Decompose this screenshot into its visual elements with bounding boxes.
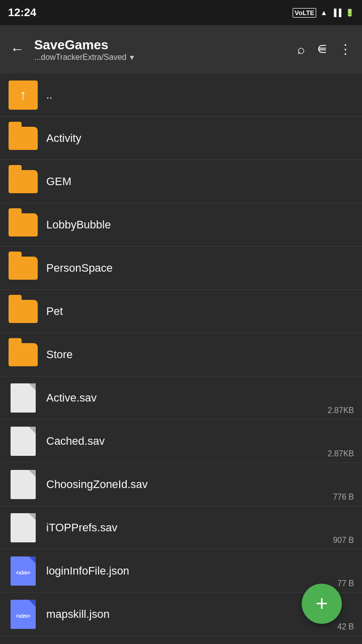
app-bar-actions: ⌕ ⋹ ⋮ [293, 38, 356, 61]
list-item[interactable]: LobbyBubble [0, 203, 362, 247]
file-icon [8, 469, 38, 500]
file-size: 907 B [333, 536, 354, 545]
status-icons: VoLTE ▲ ▐▐ 🔋 [293, 8, 354, 18]
status-time: 12:24 [8, 6, 36, 19]
xml-file-icon: <xlm> [8, 556, 38, 586]
folder-icon [8, 210, 38, 240]
file-name: LobbyBubble [46, 218, 354, 231]
signal-icon: ▐▐ [331, 9, 341, 17]
file-size: 77 B [337, 579, 354, 588]
app-bar-subtitle: ...dowTrackerExtra/Saved ▼ [34, 53, 287, 62]
volte-icon: VoLTE [293, 8, 316, 18]
more-button[interactable]: ⋮ [335, 38, 356, 61]
battery-icon: 🔋 [345, 9, 354, 17]
file-name: Store [46, 348, 354, 361]
list-item[interactable]: <xlm> loginInfoFile.json 77 B [0, 549, 362, 593]
file-name: Cached.sav [46, 435, 354, 448]
subtitle-arrow-icon: ▼ [128, 53, 135, 61]
grid-button[interactable]: ⋹ [313, 39, 331, 60]
list-item[interactable]: Cached.sav 2.87KB [0, 420, 362, 463]
file-name: iTOPPrefs.sav [46, 521, 354, 534]
folder-icon [8, 296, 38, 327]
list-item[interactable]: Pet [0, 290, 362, 333]
folder-icon [8, 123, 38, 153]
file-name: .. [46, 89, 354, 102]
list-item[interactable]: PersonSpace [0, 247, 362, 290]
list-item[interactable]: Store [0, 333, 362, 376]
list-item[interactable]: iTOPPrefs.sav 907 B [0, 506, 362, 549]
file-name: PersonSpace [46, 262, 354, 275]
fab-add-button[interactable]: + [302, 584, 342, 624]
app-bar-title: SaveGames [34, 37, 287, 53]
search-button[interactable]: ⌕ [293, 38, 309, 61]
file-icon [8, 426, 38, 456]
list-item[interactable]: Active.sav 2.87KB [0, 376, 362, 420]
list-item[interactable]: ChoosingZoneId.sav 776 B [0, 463, 362, 506]
list-item[interactable]: ↑ .. [0, 73, 362, 117]
list-item[interactable]: GEM [0, 160, 362, 203]
file-icon [8, 513, 38, 543]
file-size: 42 B [337, 622, 354, 631]
folder-icon [8, 340, 38, 370]
xml-file-icon: <xlm> [8, 599, 38, 629]
wifi-icon: ▲ [320, 9, 327, 17]
file-size: 2.87KB [328, 406, 354, 415]
file-name: Active.sav [46, 391, 354, 405]
list-item[interactable]: Activity [0, 117, 362, 160]
app-bar-title-group: SaveGames ...dowTrackerExtra/Saved ▼ [34, 37, 287, 62]
file-size: 2.87KB [328, 449, 354, 458]
file-name: GEM [46, 175, 354, 188]
file-name: Activity [46, 132, 354, 145]
file-name: ChoosingZoneId.sav [46, 478, 354, 491]
file-name: loginInfoFile.json [46, 565, 354, 578]
file-icon [8, 383, 38, 413]
status-bar: 12:24 VoLTE ▲ ▐▐ 🔋 [0, 0, 362, 25]
file-list: ↑ .. Activity GEM LobbyBubble [0, 73, 362, 636]
file-name: Pet [46, 305, 354, 318]
folder-icon [8, 253, 38, 283]
file-size: 776 B [333, 493, 354, 502]
parent-folder-icon: ↑ [8, 80, 38, 110]
folder-icon [8, 167, 38, 197]
back-button[interactable]: ← [6, 37, 28, 61]
app-bar: ← SaveGames ...dowTrackerExtra/Saved ▼ ⌕… [0, 25, 362, 73]
